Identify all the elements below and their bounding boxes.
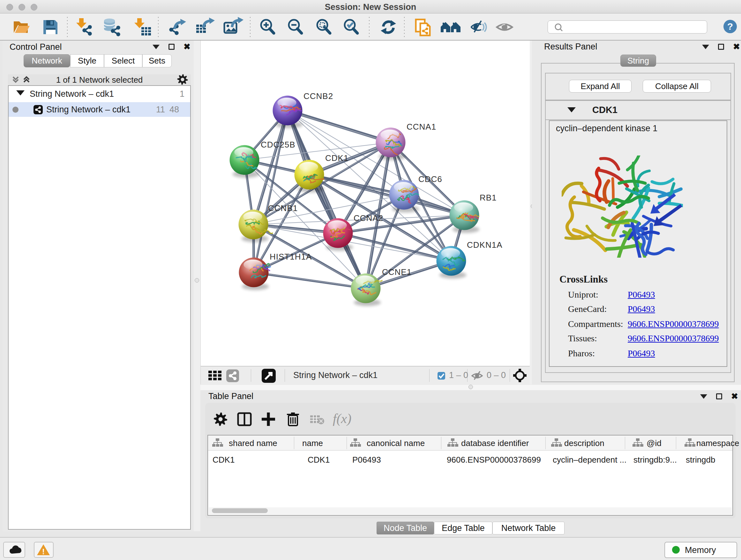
svg-text:CCNE1: CCNE1 bbox=[382, 267, 412, 277]
svg-text:CDK1: CDK1 bbox=[325, 153, 348, 163]
svg-text:CDKN1A: CDKN1A bbox=[467, 240, 502, 250]
svg-text:f(x): f(x) bbox=[333, 411, 351, 426]
svg-text:CCNA1: CCNA1 bbox=[407, 122, 436, 132]
svg-text:HIST1H1A: HIST1H1A bbox=[270, 252, 312, 261]
svg-text:!: ! bbox=[42, 547, 45, 556]
svg-text:RB1: RB1 bbox=[480, 193, 497, 202]
svg-text:CDC6: CDC6 bbox=[418, 174, 442, 184]
svg-text:CDC25B: CDC25B bbox=[261, 140, 295, 149]
svg-text:CCNA2: CCNA2 bbox=[354, 213, 383, 223]
svg-text:CCNB2: CCNB2 bbox=[304, 91, 333, 101]
svg-text:?: ? bbox=[727, 21, 733, 32]
svg-text:CCNB1: CCNB1 bbox=[268, 203, 298, 213]
